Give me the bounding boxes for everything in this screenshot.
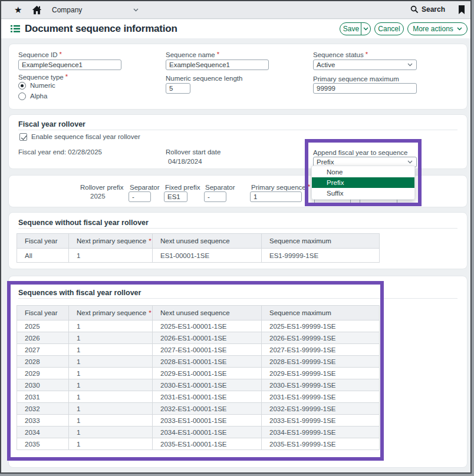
search-label: Search bbox=[422, 5, 445, 14]
table-cell: 2033-ES1-00001-1SE bbox=[153, 415, 262, 427]
save-dropdown-toggle[interactable] bbox=[361, 23, 370, 35]
save-button[interactable]: Save bbox=[340, 22, 371, 35]
table-cell: 1 bbox=[69, 320, 153, 332]
table-cell: 2034-ES1-99999-1SE bbox=[262, 427, 380, 438]
chevron-down-icon bbox=[407, 63, 413, 67]
fixed-prefix-input[interactable]: ES1 bbox=[164, 191, 187, 202]
table-row: 203312033-ES1-00001-1SE2033-ES1-99999-1S… bbox=[17, 415, 380, 427]
radio-alpha-label: Alpha bbox=[30, 92, 47, 100]
table-row: 202812028-ES1-00001-1SE2028-ES1-99999-1S… bbox=[17, 356, 380, 368]
sequence-form-card: Sequence ID ExampleSequence1 Sequence ty… bbox=[8, 44, 468, 110]
table-row: 203412034-ES1-00001-1SE2034-ES1-99999-1S… bbox=[17, 427, 380, 438]
table-cell: 1 bbox=[69, 356, 153, 368]
table-cell: 2034-ES1-00001-1SE bbox=[153, 427, 262, 438]
bookmark-icon[interactable] bbox=[458, 5, 465, 14]
primary-max-input[interactable]: 99999 bbox=[313, 83, 417, 94]
cancel-button[interactable]: Cancel bbox=[374, 22, 404, 35]
chevron-down-icon bbox=[407, 160, 413, 164]
enable-rollover-checkbox[interactable] bbox=[19, 133, 27, 141]
separator1-input[interactable]: - bbox=[129, 191, 151, 202]
sequence-status-value: Active bbox=[317, 60, 407, 70]
sequences-with-rollover-table: Fiscal yearNext primary sequence*Next un… bbox=[17, 305, 380, 450]
primary-sequence-input[interactable]: 1 bbox=[250, 191, 302, 202]
save-button-label[interactable]: Save bbox=[340, 25, 361, 33]
table-cell: 1 bbox=[69, 403, 153, 415]
table-cell: 2026-ES1-99999-1SE bbox=[262, 332, 380, 344]
column-header: Fiscal year bbox=[17, 306, 69, 320]
column-header: Sequence maximum bbox=[262, 306, 380, 320]
primary-sequence-label: Primary sequence bbox=[251, 184, 310, 191]
chevron-down-icon bbox=[457, 27, 462, 31]
table-cell: 2035-ES1-00001-1SE bbox=[153, 438, 262, 450]
table-cell: ES1-99999-1SE bbox=[262, 249, 380, 263]
more-actions-label: More actions bbox=[413, 25, 453, 33]
table-cell: 2027-ES1-00001-1SE bbox=[153, 344, 262, 356]
table-cell: 1 bbox=[69, 379, 153, 391]
sequence-type-radio[interactable] bbox=[18, 92, 26, 100]
table-row: 202712027-ES1-00001-1SE2027-ES1-99999-1S… bbox=[17, 344, 380, 356]
column-header: Next unused sequence bbox=[153, 306, 262, 320]
table-row: All1ES1-00001-1SEES1-99999-1SE bbox=[17, 249, 380, 263]
company-menu-label[interactable]: Company bbox=[52, 6, 82, 14]
chevron-down-icon[interactable] bbox=[133, 8, 139, 12]
table-row: 203512035-ES1-00001-1SE2035-ES1-99999-1S… bbox=[17, 438, 380, 450]
fiscal-rollover-heading: Fiscal year rollover bbox=[18, 120, 85, 128]
favorites-star-icon[interactable]: ★ bbox=[14, 5, 22, 15]
table-cell: 2025-ES1-99999-1SE bbox=[262, 320, 380, 332]
table-row: 203012030-ES1-00001-1SE2030-ES1-99999-1S… bbox=[17, 379, 380, 391]
sequence-name-label: Sequence name bbox=[166, 51, 219, 58]
table-cell: 2034 bbox=[17, 427, 69, 438]
table-cell: 1 bbox=[69, 427, 153, 438]
table-cell: 1 bbox=[69, 332, 153, 344]
section-divider bbox=[18, 228, 457, 229]
more-actions-button[interactable]: More actions bbox=[407, 22, 468, 35]
rollover-prefix-value: 2025 bbox=[90, 193, 106, 200]
table-cell: 2031 bbox=[17, 391, 69, 403]
sequence-status-select[interactable]: Active bbox=[313, 60, 417, 70]
table-cell: 2030-ES1-00001-1SE bbox=[153, 379, 262, 391]
home-icon[interactable] bbox=[32, 5, 42, 15]
sequences-with-rollover-card: Sequences with fiscal year rollover Fisc… bbox=[8, 276, 468, 468]
table-cell: All bbox=[17, 249, 69, 263]
separator2-input[interactable]: - bbox=[204, 191, 226, 202]
sequence-status-label: Sequence status bbox=[313, 51, 368, 58]
sequence-name-input[interactable]: ExampleSequence1 bbox=[166, 60, 269, 70]
without-rollover-heading: Sequence without fiscal year rollover bbox=[18, 219, 149, 227]
table-header-row: Fiscal yearNext primary sequence*Next un… bbox=[17, 234, 380, 249]
sequence-without-rollover-table: Fiscal yearNext primary sequence*Next un… bbox=[17, 233, 380, 263]
dropdown-option-suffix[interactable]: Suffix bbox=[312, 188, 414, 199]
column-header: Sequence maximum bbox=[262, 234, 380, 249]
table-cell: 2026-ES1-00001-1SE bbox=[153, 332, 262, 344]
table-cell: 2028 bbox=[17, 356, 69, 368]
table-cell: 2031-ES1-00001-1SE bbox=[153, 391, 262, 403]
separator1-label: Separator bbox=[130, 184, 160, 191]
section-divider bbox=[18, 130, 457, 130]
numeric-length-label: Numeric sequence length bbox=[166, 75, 242, 82]
with-rollover-heading: Sequences with fiscal year rollover bbox=[18, 289, 141, 297]
table-cell: 2027-ES1-99999-1SE bbox=[262, 344, 380, 356]
search-button[interactable]: Search bbox=[410, 5, 445, 14]
table-cell: ES1-00001-1SE bbox=[153, 249, 262, 263]
table-cell: 2032-ES1-00001-1SE bbox=[153, 403, 262, 415]
table-header-row: Fiscal yearNext primary sequence*Next un… bbox=[17, 306, 380, 320]
table-cell: 1 bbox=[69, 415, 153, 427]
column-header: Next unused sequence bbox=[153, 234, 262, 249]
sequence-id-input[interactable]: ExampleSequence1 bbox=[18, 60, 121, 70]
table-cell: 2025 bbox=[17, 320, 69, 332]
dropdown-option-prefix[interactable]: Prefix bbox=[312, 177, 414, 188]
numeric-length-input[interactable]: 5 bbox=[166, 83, 190, 94]
table-row: 202512025-ES1-00001-1SE2025-ES1-99999-1S… bbox=[17, 320, 380, 332]
rollover-start-date-value: 04/18/2024 bbox=[168, 158, 202, 165]
page-header: Document sequence information Save Cance… bbox=[1, 19, 472, 38]
table-row: 202612026-ES1-00001-1SE2026-ES1-99999-1S… bbox=[17, 332, 380, 344]
sequence-type-radio[interactable] bbox=[18, 82, 26, 90]
table-cell: 2029 bbox=[17, 368, 69, 379]
append-fiscal-year-label: Append fiscal year to sequence bbox=[313, 149, 407, 156]
dropdown-option-none[interactable]: None bbox=[312, 167, 414, 177]
separator2-label: Separator bbox=[205, 184, 235, 191]
table-cell: 2025-ES1-00001-1SE bbox=[153, 320, 262, 332]
table-cell: 2035 bbox=[17, 438, 69, 450]
enable-rollover-label: Enable sequence fiscal year rollover bbox=[31, 133, 140, 140]
table-cell: 2033-ES1-99999-1SE bbox=[262, 415, 380, 427]
rollover-start-date-label: Rollover start date bbox=[166, 148, 220, 156]
